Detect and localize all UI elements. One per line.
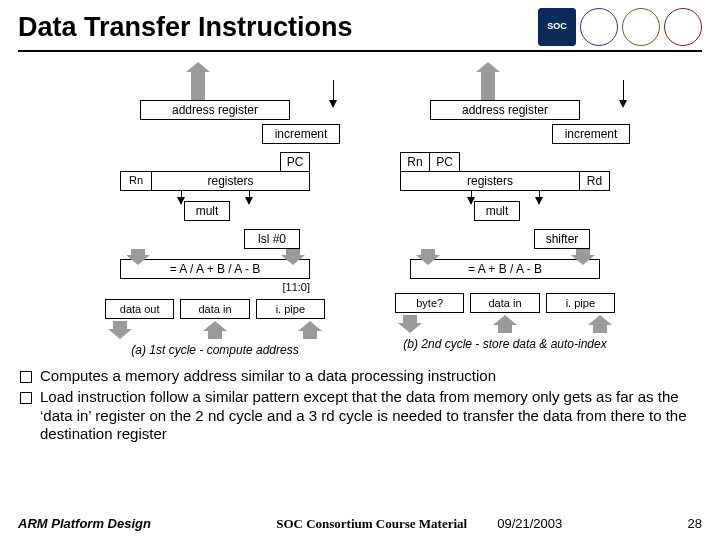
bullet-text: Load instruction follow a similar patter… [40, 388, 702, 444]
imm-label: [11:0] [90, 281, 340, 293]
bullet-list: Computes a memory address similar to a d… [18, 367, 702, 444]
rn-label: Rn [400, 152, 430, 171]
bullet-marker-icon [20, 392, 32, 404]
bullet-marker-icon [20, 371, 32, 383]
pc-label: PC [430, 152, 460, 171]
registers-box: registers [151, 171, 310, 191]
increment-box: increment [262, 124, 340, 144]
footer-center: SOC Consortium Course Material [276, 516, 467, 532]
logo-group: SOC [538, 8, 702, 46]
rn-label: Rn [120, 171, 151, 191]
bullet-text: Computes a memory address similar to a d… [40, 367, 496, 386]
page-number: 28 [688, 516, 702, 531]
footer-date: 09/21/2003 [497, 516, 562, 532]
slide-title: Data Transfer Instructions [18, 12, 353, 43]
i-pipe-box: i. pipe [256, 299, 325, 319]
title-rule [18, 50, 702, 52]
diagram-a: address register increment PC Rn registe… [90, 60, 340, 357]
data-in-box: data in [180, 299, 249, 319]
data-out-box: data out [105, 299, 174, 319]
pc-label: PC [280, 152, 310, 171]
mult-box: mult [184, 201, 230, 221]
footer-left: ARM Platform Design [18, 516, 151, 531]
data-in-box: data in [470, 293, 539, 313]
address-register-box: address register [430, 100, 580, 120]
shifter-box: shifter [534, 229, 590, 249]
rd-label: Rd [580, 171, 610, 191]
org-logo-icon [622, 8, 660, 46]
i-pipe-box: i. pipe [546, 293, 615, 313]
org-logo-icon [664, 8, 702, 46]
mult-box: mult [474, 201, 520, 221]
lsl-box: lsl #0 [244, 229, 300, 249]
org-logo-icon [580, 8, 618, 46]
registers-box: registers [400, 171, 580, 191]
increment-box: increment [552, 124, 630, 144]
diagram-b: address register increment Rn PC registe… [380, 60, 630, 357]
soc-logo-icon: SOC [538, 8, 576, 46]
byte-box: byte? [395, 293, 464, 313]
diagram-b-caption: (b) 2nd cycle - store data & auto-index [380, 337, 630, 351]
address-register-box: address register [140, 100, 290, 120]
diagram-a-caption: (a) 1st cycle - compute address [90, 343, 340, 357]
